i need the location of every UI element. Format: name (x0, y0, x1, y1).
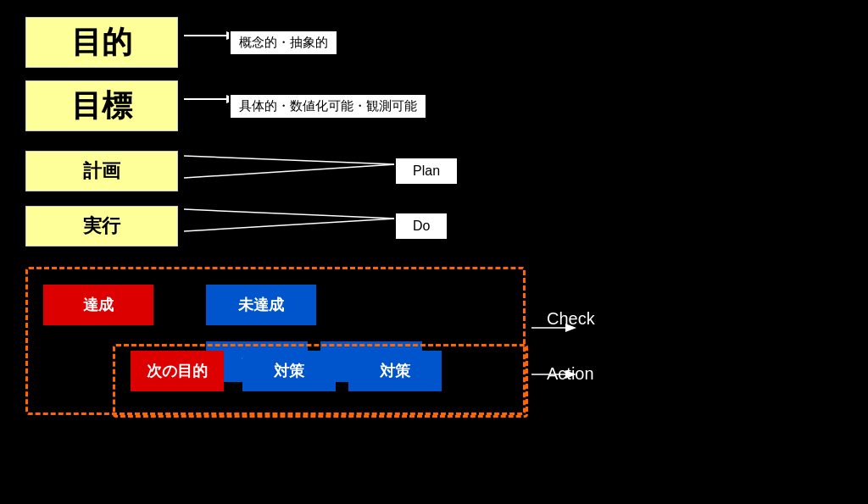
tsugi-box: 次の目的 (131, 351, 224, 391)
mokuhyo-row: 目標 具体的・数値化可能・観測可能 (25, 80, 427, 131)
mokuhyo-box: 目標 (25, 80, 178, 131)
do-box: Do (394, 212, 448, 241)
mokuteki-description: 概念的・抽象的 (229, 30, 338, 56)
jikko-label: 実行 (83, 213, 120, 239)
check-dashed-box: 達成 未達成 ずれ ぶれ 次の目的 対策 (25, 267, 526, 415)
mitassei-box: 未達成 (206, 285, 316, 325)
mokuteki-row: 目的 概念的・抽象的 (25, 17, 338, 68)
tasssei-box: 達成 (43, 285, 153, 325)
mokuteki-label: 目的 (71, 22, 132, 64)
check-label: Check (547, 309, 595, 329)
bottom-section: 達成 未達成 ずれ ぶれ 次の目的 対策 (25, 267, 839, 479)
jikko-row: 実行 Do (25, 206, 448, 246)
mokuhyo-description: 具体的・数値化可能・観測可能 (229, 93, 427, 119)
plan-box: Plan (394, 157, 459, 186)
keikaku-label: 計画 (83, 158, 120, 184)
taisaku1-box: 対策 (242, 351, 336, 391)
keikaku-box: 計画 (25, 151, 178, 191)
mokuhyo-label: 目標 (71, 86, 132, 127)
action-label: Action (547, 364, 594, 384)
action-dashed-box: 次の目的 対策 対策 (113, 344, 528, 418)
taisaku2-box: 対策 (348, 351, 442, 391)
keikaku-row: 計画 Plan (25, 151, 459, 191)
mokuteki-box: 目的 (25, 17, 178, 68)
jikko-box: 実行 (25, 206, 178, 246)
